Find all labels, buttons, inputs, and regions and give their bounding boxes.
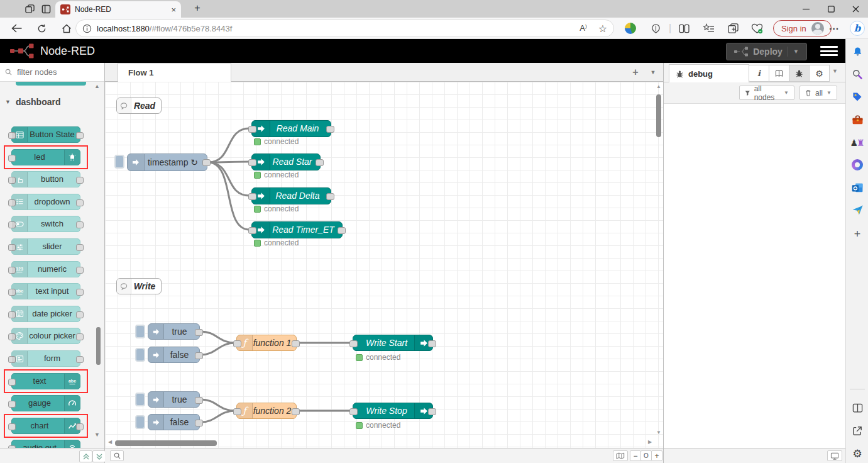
- palette-node-Button-State[interactable]: Button State: [11, 126, 80, 143]
- palette-search-input[interactable]: [16, 67, 94, 77]
- sign-in-button[interactable]: Sign in: [773, 20, 832, 36]
- sidebar-caret-icon[interactable]: ▼: [832, 68, 838, 74]
- node-read-delta[interactable]: Read Delta: [251, 187, 331, 204]
- clear-messages-button[interactable]: all ▼: [799, 86, 837, 100]
- node-read-timer-et[interactable]: Read Timer_ET: [251, 221, 343, 238]
- zoom-reset-button[interactable]: O: [640, 450, 652, 461]
- add-flow-button[interactable]: +: [629, 66, 642, 79]
- debug-tab-button[interactable]: [789, 65, 810, 82]
- workspaces-icon[interactable]: [23, 3, 36, 15]
- inject-button[interactable]: [135, 393, 145, 406]
- tab-flow-1[interactable]: Flow 1: [118, 63, 231, 82]
- output-port[interactable]: [316, 159, 324, 166]
- inject-button[interactable]: [114, 155, 124, 169]
- read-aloud-icon[interactable]: A): [580, 23, 586, 33]
- palette-scroll-up-icon[interactable]: ▲: [94, 83, 100, 89]
- vertical-tabs-icon[interactable]: [39, 3, 53, 15]
- palette-node-date-picker[interactable]: date picker: [11, 306, 80, 322]
- back-icon[interactable]: [9, 22, 24, 35]
- palette-node-numeric[interactable]: 123numeric: [11, 261, 80, 277]
- close-button[interactable]: [843, 0, 868, 18]
- input-port[interactable]: [248, 193, 256, 200]
- input-port[interactable]: [248, 126, 256, 133]
- config-tab-button[interactable]: ⚙: [810, 65, 830, 82]
- copilot-icon[interactable]: b: [850, 21, 865, 35]
- node-read-main[interactable]: Read Main: [251, 120, 331, 137]
- loop-icon[interactable]: [850, 158, 864, 172]
- inject-button[interactable]: [135, 325, 145, 338]
- comment-node-read[interactable]: Read: [116, 98, 162, 114]
- output-port[interactable]: [428, 408, 436, 415]
- add-sidebar-item-icon[interactable]: +: [850, 227, 864, 241]
- send-plane-icon[interactable]: [850, 203, 864, 217]
- input-port[interactable]: [248, 227, 256, 234]
- maximize-button[interactable]: [818, 0, 843, 18]
- address-bar[interactable]: localhost:1880/#flow/476b5e78.8443f A) ☆: [75, 20, 614, 37]
- inject-button[interactable]: [135, 415, 145, 429]
- flow-canvas[interactable]: Read Write timestamp ↻ Read Main connect…: [105, 82, 663, 448]
- palette-node-text-input[interactable]: abctext input: [11, 283, 80, 299]
- minimize-button[interactable]: [793, 0, 818, 18]
- function-node-1[interactable]: ƒ function 1: [236, 335, 297, 351]
- palette-node-text[interactable]: abctext: [11, 373, 80, 389]
- output-port[interactable]: [195, 352, 203, 359]
- favorite-star-icon[interactable]: ☆: [598, 23, 607, 35]
- input-port[interactable]: [233, 340, 241, 347]
- tab-close-icon[interactable]: ×: [171, 5, 176, 14]
- canvas-scroll-left-icon[interactable]: ◀: [108, 439, 112, 445]
- palette-node-form[interactable]: form: [11, 350, 80, 367]
- collapse-categories-button[interactable]: [79, 450, 92, 462]
- flow-list-caret-icon[interactable]: ▼: [646, 66, 660, 79]
- zoom-out-button[interactable]: −: [630, 450, 641, 461]
- input-port[interactable]: [248, 159, 256, 166]
- navigator-button[interactable]: [613, 450, 628, 461]
- palette-node-colour-picker[interactable]: colour picker: [11, 328, 80, 344]
- palette-scroll-down-icon[interactable]: ▼: [94, 432, 100, 438]
- output-port[interactable]: [326, 193, 334, 200]
- output-port[interactable]: [292, 408, 300, 415]
- zoom-in-button[interactable]: +: [651, 450, 662, 461]
- split-screen-icon[interactable]: [676, 21, 691, 35]
- page-info-icon[interactable]: [82, 24, 92, 33]
- palette-node-led[interactable]: led: [11, 149, 80, 165]
- open-external-icon[interactable]: [850, 424, 864, 438]
- new-tab-button[interactable]: +: [190, 3, 204, 15]
- palette-node-button[interactable]: button: [11, 171, 80, 187]
- palette-node-gauge[interactable]: gauge: [11, 395, 80, 411]
- output-port[interactable]: [202, 159, 211, 166]
- output-port[interactable]: [338, 227, 346, 234]
- help-tab-button[interactable]: [769, 65, 789, 82]
- palette-node-chart[interactable]: chart: [11, 418, 80, 434]
- palette-scrollbar-thumb[interactable]: [96, 327, 101, 365]
- input-port[interactable]: [233, 408, 241, 415]
- inject-node-true-1[interactable]: true: [148, 323, 200, 340]
- palette-search[interactable]: [0, 63, 104, 82]
- node-read-star[interactable]: Read Star: [251, 153, 321, 170]
- palette-node-audio-out[interactable]: audio out: [11, 440, 80, 448]
- outlook-icon[interactable]: [850, 181, 864, 194]
- canvas-scroll-up-icon[interactable]: ▲: [656, 84, 661, 89]
- palette-category-dashboard[interactable]: ▼dashboard: [5, 97, 61, 107]
- canvas-scroll-right-icon[interactable]: ▶: [648, 439, 652, 445]
- output-port[interactable]: [195, 329, 203, 336]
- node-write-start[interactable]: Write Start: [353, 335, 433, 351]
- inject-node-timestamp[interactable]: timestamp ↻: [127, 153, 207, 171]
- search-flows-button[interactable]: [110, 450, 124, 461]
- refresh-icon[interactable]: [34, 22, 49, 35]
- output-port[interactable]: [292, 340, 300, 347]
- output-port[interactable]: [195, 420, 203, 427]
- canvas-vscrollbar-thumb[interactable]: [656, 94, 661, 137]
- games-chess-icon[interactable]: ♟♜: [850, 136, 864, 150]
- inject-node-false-1[interactable]: false: [148, 347, 200, 363]
- canvas-scroll-down-icon[interactable]: ▼: [656, 430, 661, 435]
- filter-nodes-button[interactable]: all nodes ▼: [739, 86, 794, 100]
- node-write-stop[interactable]: Write Stop: [353, 403, 433, 419]
- tools-toolbox-icon[interactable]: [850, 113, 864, 126]
- palette-node-dropdown[interactable]: dropdown: [11, 194, 80, 210]
- debug-messages-panel[interactable]: [664, 103, 845, 448]
- shopping-tag-icon[interactable]: [850, 90, 864, 104]
- inject-button[interactable]: [135, 348, 145, 362]
- idm-extension-icon[interactable]: [623, 21, 638, 35]
- inject-node-false-2[interactable]: false: [148, 414, 200, 430]
- info-tab-button[interactable]: i: [749, 65, 769, 82]
